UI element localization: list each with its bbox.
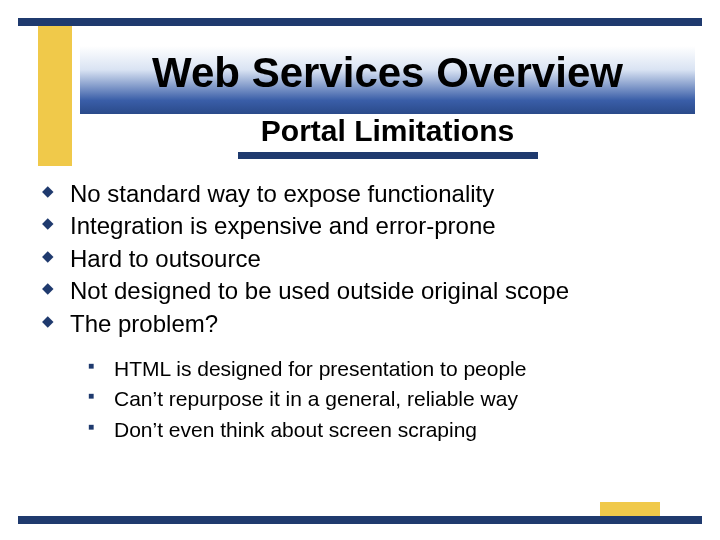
sub-bullet-list: HTML is designed for presentation to peo… bbox=[86, 354, 690, 445]
list-item: Integration is expensive and error-prone bbox=[40, 210, 690, 242]
slide-title: Web Services Overview bbox=[80, 46, 695, 96]
bottom-border-bar bbox=[18, 516, 702, 524]
content-area: No standard way to expose functionality … bbox=[40, 178, 690, 445]
list-item: The problem? bbox=[40, 308, 690, 340]
slide-subtitle: Portal Limitations bbox=[80, 114, 695, 148]
title-banner: Web Services Overview bbox=[80, 46, 695, 114]
list-item: Hard to outsource bbox=[40, 243, 690, 275]
main-bullet-list: No standard way to expose functionality … bbox=[40, 178, 690, 340]
list-item: HTML is designed for presentation to peo… bbox=[86, 354, 690, 384]
subtitle-underline bbox=[238, 152, 538, 159]
list-item: No standard way to expose functionality bbox=[40, 178, 690, 210]
list-item: Not designed to be used outside original… bbox=[40, 275, 690, 307]
accent-block-bottom bbox=[600, 502, 660, 516]
subtitle-area: Portal Limitations bbox=[80, 114, 695, 159]
top-border-bar bbox=[18, 18, 702, 26]
list-item: Don’t even think about screen scraping bbox=[86, 415, 690, 445]
list-item: Can’t repurpose it in a general, reliabl… bbox=[86, 384, 690, 414]
accent-block-top bbox=[38, 26, 72, 166]
